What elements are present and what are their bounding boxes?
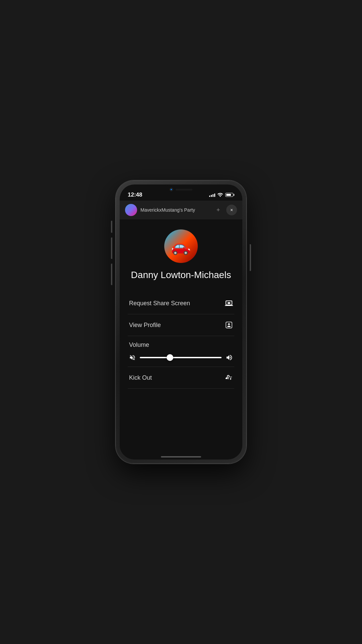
add-party-button[interactable]: + <box>214 205 223 215</box>
home-bar <box>161 456 201 458</box>
home-indicator <box>120 453 242 460</box>
kick-out-item[interactable]: Kick Out <box>128 367 234 389</box>
volume-loud-icon <box>226 354 233 361</box>
signal-icon <box>209 193 215 197</box>
svg-point-3 <box>229 325 230 326</box>
party-name: MaverickxMustang's Party <box>140 207 210 213</box>
battery-icon <box>225 193 234 197</box>
silent-switch <box>111 221 112 233</box>
svg-rect-0 <box>228 302 230 304</box>
party-avatar <box>125 204 137 216</box>
request-share-screen-label: Request Share Screen <box>129 300 190 307</box>
screen-share-icon <box>225 299 233 307</box>
view-profile-item[interactable]: View Profile <box>128 314 234 336</box>
kick-icon <box>225 374 233 382</box>
volume-up-button[interactable] <box>111 237 112 259</box>
power-button[interactable] <box>250 244 251 271</box>
phone-frame: 12:48 <box>116 180 246 464</box>
volume-thumb[interactable] <box>167 354 173 361</box>
close-party-button[interactable]: × <box>226 205 237 215</box>
user-name: Danny Lowton-Michaels <box>131 270 231 280</box>
main-content: 🚗 Danny Lowton-Michaels Request Share Sc… <box>120 219 242 453</box>
volume-control[interactable] <box>129 354 233 361</box>
phone-screen: 12:48 <box>120 184 242 460</box>
wifi-icon <box>217 192 223 198</box>
mute-icon <box>129 354 136 361</box>
kick-out-label: Kick Out <box>129 374 152 381</box>
avatar-emoji: 🚗 <box>171 237 191 256</box>
volume-track <box>140 357 222 358</box>
request-share-screen-item[interactable]: Request Share Screen <box>128 292 234 314</box>
menu-list: Request Share Screen View Profile <box>128 292 234 389</box>
user-avatar: 🚗 <box>164 229 198 263</box>
volume-label: Volume <box>129 341 233 348</box>
party-banner[interactable]: MaverickxMustang's Party + × <box>120 201 242 219</box>
notch <box>154 184 208 195</box>
status-time: 12:48 <box>128 192 142 198</box>
speaker <box>176 189 192 191</box>
front-camera <box>170 188 173 191</box>
volume-section: Volume <box>128 336 234 367</box>
volume-down-button[interactable] <box>111 264 112 285</box>
status-icons <box>209 192 234 198</box>
profile-icon <box>225 321 233 329</box>
view-profile-label: View Profile <box>129 322 161 329</box>
volume-slider[interactable] <box>140 357 222 358</box>
